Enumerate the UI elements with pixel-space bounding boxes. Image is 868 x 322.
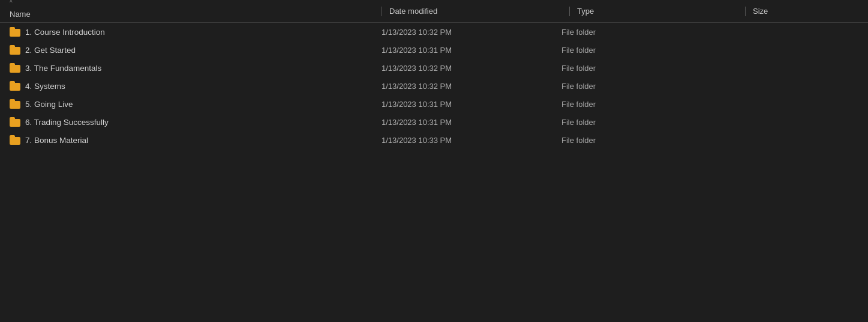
row-name-cell: 4. Systems: [10, 81, 382, 91]
col-type-label: Type: [577, 7, 594, 16]
file-explorer: ^ Name Date modified Type Size 1. Course…: [0, 0, 868, 322]
col-date-label: Date modified: [389, 7, 437, 16]
row-date-cell: 1/13/2023 10:31 PM: [382, 100, 561, 109]
file-name: 2. Get Started: [25, 46, 76, 55]
row-name-cell: 6. Trading Successfully: [10, 117, 382, 127]
file-name: 6. Trading Successfully: [25, 118, 109, 127]
row-type-cell: File folder: [561, 100, 729, 109]
row-type-cell: File folder: [561, 28, 729, 37]
divider-2: [569, 7, 570, 16]
file-name: 1. Course Introduction: [25, 28, 105, 37]
table-row[interactable]: 5. Going Live 1/13/2023 10:31 PM File fo…: [0, 95, 868, 113]
col-name-label: Name: [10, 10, 31, 19]
folder-icon: [10, 117, 20, 127]
row-date-cell: 1/13/2023 10:31 PM: [382, 46, 561, 55]
folder-icon: [10, 99, 20, 109]
row-name-cell: 2. Get Started: [10, 45, 382, 55]
row-type-cell: File folder: [561, 64, 729, 73]
row-name-cell: 3. The Fundamentals: [10, 63, 382, 73]
row-date-cell: 1/13/2023 10:32 PM: [382, 82, 561, 91]
divider-3: [745, 7, 746, 16]
row-name-cell: 1. Course Introduction: [10, 27, 382, 37]
column-size-header[interactable]: Size: [753, 7, 868, 16]
row-date-cell: 1/13/2023 10:32 PM: [382, 28, 561, 37]
table-row[interactable]: 2. Get Started 1/13/2023 10:31 PM File f…: [0, 41, 868, 59]
table-row[interactable]: 4. Systems 1/13/2023 10:32 PM File folde…: [0, 77, 868, 95]
table-header: ^ Name Date modified Type Size: [0, 0, 868, 23]
row-name-cell: 5. Going Live: [10, 99, 382, 109]
folder-icon: [10, 45, 20, 55]
file-list: 1. Course Introduction 1/13/2023 10:32 P…: [0, 23, 868, 322]
column-type-header[interactable]: Type: [577, 7, 745, 16]
col-size-label: Size: [753, 7, 768, 16]
sort-arrow-icon: ^: [10, 0, 13, 6]
table-row[interactable]: 1. Course Introduction 1/13/2023 10:32 P…: [0, 23, 868, 41]
column-date-header[interactable]: Date modified: [389, 7, 569, 16]
row-date-cell: 1/13/2023 10:31 PM: [382, 118, 561, 127]
row-type-cell: File folder: [561, 46, 729, 55]
row-type-cell: File folder: [561, 118, 729, 127]
row-name-cell: 7. Bonus Material: [10, 135, 382, 145]
folder-icon: [10, 63, 20, 73]
row-type-cell: File folder: [561, 136, 729, 145]
divider-1: [382, 7, 382, 16]
row-type-cell: File folder: [561, 82, 729, 91]
table-row[interactable]: 6. Trading Successfully 1/13/2023 10:31 …: [0, 113, 868, 131]
file-name: 7. Bonus Material: [25, 136, 88, 145]
folder-icon: [10, 135, 20, 145]
file-name: 4. Systems: [25, 82, 65, 91]
column-name-header[interactable]: ^ Name: [10, 4, 382, 19]
file-name: 3. The Fundamentals: [25, 64, 101, 73]
folder-icon: [10, 27, 20, 37]
row-date-cell: 1/13/2023 10:33 PM: [382, 136, 561, 145]
file-name: 5. Going Live: [25, 100, 73, 109]
row-date-cell: 1/13/2023 10:32 PM: [382, 64, 561, 73]
table-row[interactable]: 3. The Fundamentals 1/13/2023 10:32 PM F…: [0, 59, 868, 77]
table-row[interactable]: 7. Bonus Material 1/13/2023 10:33 PM Fil…: [0, 131, 868, 149]
folder-icon: [10, 81, 20, 91]
